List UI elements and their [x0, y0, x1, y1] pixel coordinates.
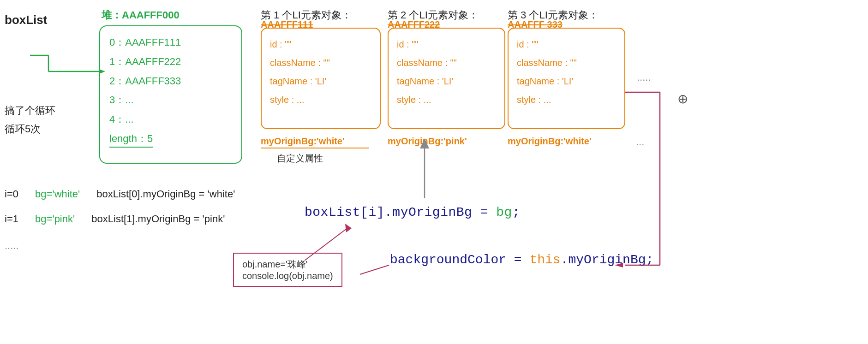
boxlist-label: boxList — [5, 13, 47, 27]
obj-name-line1: obj.name='珠峰' — [242, 258, 333, 271]
li-field-1-id: id : "" — [270, 35, 371, 53]
dots-right-top: ..... — [637, 71, 651, 83]
origin-bg-3: myOriginBg:'white' — [508, 136, 592, 147]
li-field-2-id: id : "" — [397, 35, 496, 53]
code-dots: ..... — [5, 240, 19, 252]
assign1-label: boxList[1].myOriginBg = 'pink' — [91, 213, 225, 225]
assign0-label: boxList[0].myOriginBg = 'white' — [96, 188, 235, 200]
li-addr-3: AAAFFF 333 — [508, 19, 563, 30]
li-field-2-st: style : ... — [397, 90, 496, 109]
i0-label: i=0 — [5, 188, 18, 200]
li-field-3-st: style : ... — [517, 90, 616, 109]
i1-label: i=1 — [5, 213, 18, 225]
obj-name-box: obj.name='珠峰' console.log(obj.name) — [233, 253, 342, 287]
heap-label: 堆：AAAFFF000 — [102, 8, 180, 22]
bg0-label: bg='white' — [35, 188, 80, 200]
li-field-2-tn: tagName : 'LI' — [397, 72, 496, 90]
li-field-1-tn: tagName : 'LI' — [270, 72, 371, 90]
origin-bg-1: myOriginBg:'white' — [261, 136, 345, 147]
svg-marker-11 — [345, 224, 352, 232]
array-item-4: 4：... — [109, 110, 232, 129]
li-field-3-id: id : "" — [517, 35, 616, 53]
bg1-label: bg='pink' — [35, 213, 75, 225]
origin-bg-2: myOriginBg:'pink' — [388, 136, 467, 147]
loop-label: 搞了个循环循环5次 — [5, 101, 55, 138]
code-line-1: i=1 bg='pink' boxList[1].myOriginBg = 'p… — [5, 213, 225, 225]
li-field-1-cn: className : "" — [270, 53, 371, 72]
big-code-boxlist: boxList[i].myOriginBg = bg; — [305, 205, 520, 219]
li-addr-2: AAAFFF222 — [388, 19, 440, 30]
bgcolor-code: backgroundColor = this.myOriginBg; — [390, 253, 653, 267]
li-field-2-cn: className : "" — [397, 53, 496, 72]
custom-attr-label: 自定义属性 — [277, 152, 323, 165]
code-line-0: i=0 bg='white' boxList[0].myOriginBg = '… — [5, 188, 235, 200]
li-obj-box-3: AAAFFF 333 id : "" className : "" tagNam… — [508, 28, 625, 129]
length-line: length：5 — [109, 132, 153, 148]
li-field-3-cn: className : "" — [517, 53, 616, 72]
li-obj-box-1: AAAFFF111 id : "" className : "" tagName… — [261, 28, 381, 129]
svg-line-12 — [360, 265, 389, 274]
array-item-3: 3：... — [109, 90, 232, 110]
li-obj-box-2: AAAFFF222 id : "" className : "" tagName… — [388, 28, 505, 129]
crosshair-icon: ⊕ — [677, 91, 688, 107]
big-code-text: boxList[i].myOriginBg = bg; — [305, 205, 520, 219]
dots-right-mid: ... — [636, 136, 644, 148]
array-box: 0：AAAFFF111 1：AAAFFF222 2：AAAFFF333 3：..… — [99, 25, 242, 164]
obj-name-line2: console.log(obj.name) — [242, 271, 333, 281]
array-item-2: 2：AAAFFF333 — [109, 71, 232, 91]
li-field-3-tn: tagName : 'LI' — [517, 72, 616, 90]
this-keyword: this — [529, 253, 560, 267]
li-addr-1: AAAFFF111 — [261, 19, 313, 30]
array-item-1: 1：AAAFFF222 — [109, 52, 232, 71]
array-item-0: 0：AAAFFF111 — [109, 33, 232, 52]
li-field-1-st: style : ... — [270, 90, 371, 109]
